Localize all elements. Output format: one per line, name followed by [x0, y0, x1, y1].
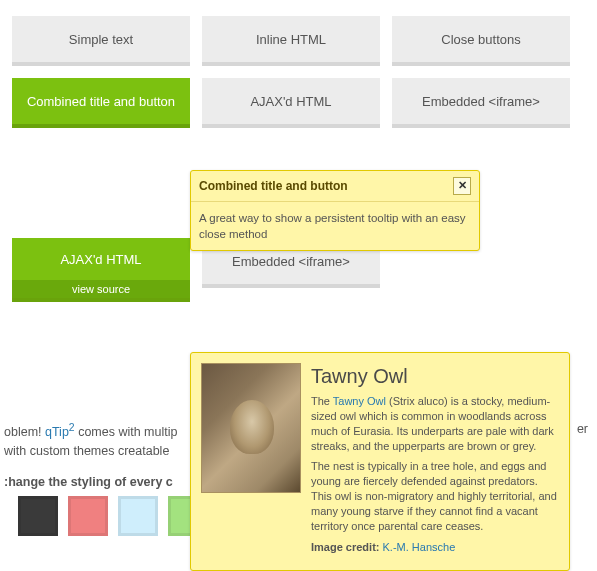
tooltip-title: Combined title and button: [199, 179, 348, 193]
owl-para-1: The Tawny Owl (Strix aluco) is a stocky,…: [311, 394, 559, 453]
view-source-link[interactable]: view source: [12, 280, 190, 298]
demo-card[interactable]: Inline HTML: [202, 16, 380, 66]
owl-para-2: The nest is typically in a tree hole, an…: [311, 459, 559, 533]
owl-credit: Image credit: K.-M. Hansche: [311, 540, 559, 555]
demo-card[interactable]: Close buttons: [392, 16, 570, 66]
credit-link[interactable]: K.-M. Hansche: [383, 541, 456, 553]
qtip-link[interactable]: qTip2: [45, 425, 75, 439]
owl-heading: Tawny Owl: [311, 363, 559, 390]
swatch-red[interactable]: [68, 496, 108, 536]
demo-card[interactable]: Combined title and button: [12, 78, 190, 128]
owl-image: [201, 363, 301, 493]
tawny-owl-link[interactable]: Tawny Owl: [333, 395, 386, 407]
tooltip-combined: Combined title and button ✕ A great way …: [190, 170, 480, 251]
demo-card[interactable]: AJAX'd HTML: [202, 78, 380, 128]
demo-card[interactable]: Embedded <iframe>: [392, 78, 570, 128]
demo-card[interactable]: Simple text: [12, 16, 190, 66]
swatch-dark[interactable]: [18, 496, 58, 536]
tooltip-owl: Tawny Owl The Tawny Owl (Strix aluco) is…: [190, 352, 570, 571]
demo-card[interactable]: AJAX'd HTMLview source: [12, 238, 190, 302]
close-icon[interactable]: ✕: [453, 177, 471, 195]
tooltip-body: A great way to show a persistent tooltip…: [191, 202, 479, 250]
card-label: AJAX'd HTML: [60, 238, 141, 280]
swatch-blue[interactable]: [118, 496, 158, 536]
